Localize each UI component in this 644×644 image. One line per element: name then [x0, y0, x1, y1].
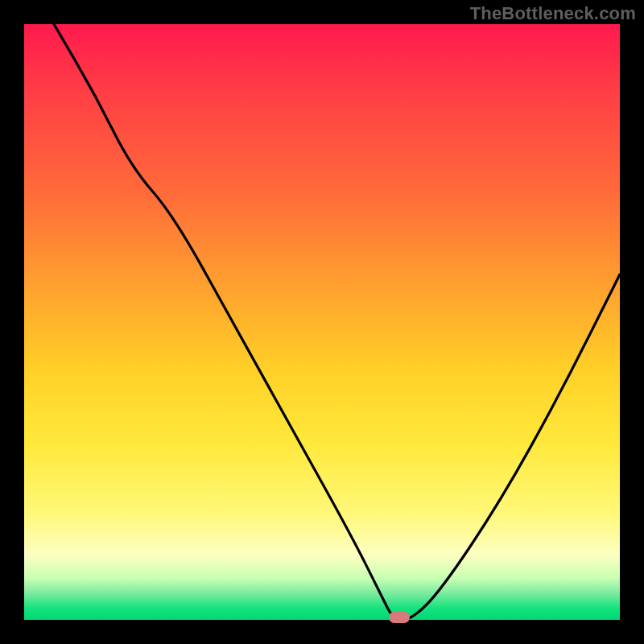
chart-frame: TheBottleneck.com — [0, 0, 644, 644]
bottleneck-curve — [24, 24, 620, 620]
watermark-label: TheBottleneck.com — [470, 3, 636, 24]
optimum-marker — [389, 612, 410, 623]
plot-area — [24, 24, 620, 620]
curve-path — [54, 24, 620, 620]
